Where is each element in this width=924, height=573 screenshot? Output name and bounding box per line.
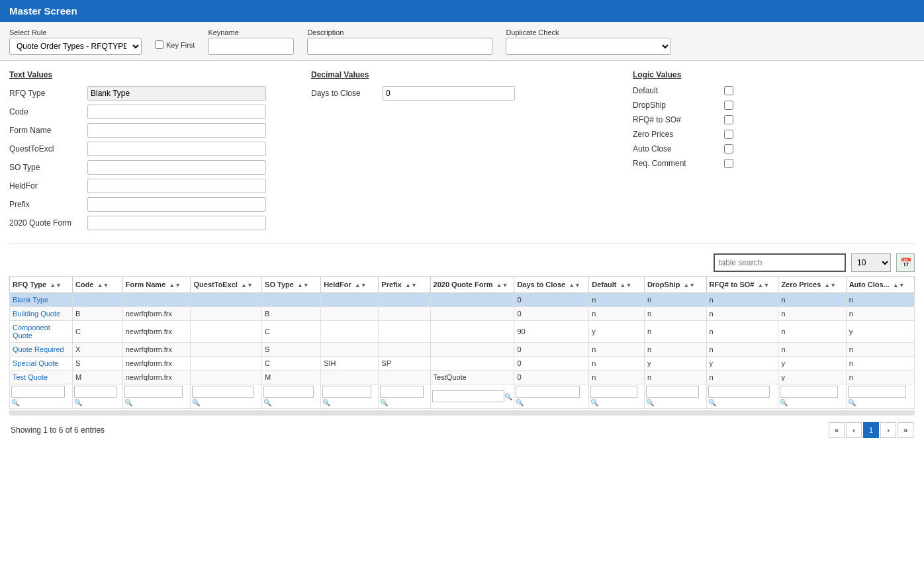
table-row[interactable]: Special QuoteSnewrfqform.frxCSIHSP0nyyyn xyxy=(10,357,915,371)
code-row: Code xyxy=(9,105,291,119)
pagination-area: Showing 1 to 6 of 6 entries « ‹ 1 › » xyxy=(9,422,915,438)
dropship-row: DropShip xyxy=(633,101,915,110)
footer-search-default[interactable] xyxy=(590,386,637,398)
col-dropship[interactable]: DropShip ▲▼ xyxy=(644,277,706,293)
footer-search-quest[interactable] xyxy=(192,386,253,398)
col-auto-close[interactable]: Auto Clos... ▲▼ xyxy=(846,277,914,293)
footer-search-prefix[interactable] xyxy=(380,386,424,398)
footer-search-auto-close[interactable] xyxy=(848,386,907,398)
select-rule-dropdown[interactable]: Quote Order Types - RFQTYPE xyxy=(9,38,142,55)
code-input[interactable] xyxy=(87,105,266,119)
footer-search-quote-form[interactable] xyxy=(432,390,505,402)
quote-form-row: 2020 Quote Form xyxy=(9,216,291,230)
so-type-input[interactable] xyxy=(87,160,266,175)
table-row[interactable]: Building QuoteBnewrfqform.frxB0nnnnn xyxy=(10,307,915,321)
rfq-to-so-row: RFQ# to SO# xyxy=(633,115,915,124)
cell-formName xyxy=(122,293,191,307)
table-row[interactable]: Blank Type0nnnnn xyxy=(10,293,915,307)
prefix-input[interactable] xyxy=(87,197,266,212)
cell-soType xyxy=(262,293,321,307)
table-row[interactable]: Quote RequiredXnewrfqform.frxS0nnnnn xyxy=(10,343,915,357)
quest-to-excl-input[interactable] xyxy=(87,142,266,156)
zero-prices-checkbox[interactable] xyxy=(724,130,733,139)
key-first-checkbox[interactable] xyxy=(155,40,163,49)
held-for-input[interactable] xyxy=(87,179,266,193)
cell-rfqToSO: n xyxy=(706,293,778,307)
footer-search-rfq-so[interactable] xyxy=(708,386,770,398)
so-type-label: SO Type xyxy=(9,163,82,172)
col-rfq-to-so[interactable]: RFQ# to SO# ▲▼ xyxy=(706,277,778,293)
footer-search-form-name[interactable] xyxy=(124,386,183,398)
first-page-button[interactable]: « xyxy=(829,422,845,438)
cell-code: M xyxy=(73,371,123,384)
excel-export-button[interactable]: 📅 xyxy=(896,253,915,272)
col-zero-prices[interactable]: Zero Prices ▲▼ xyxy=(778,277,846,293)
footer-search-dropship[interactable] xyxy=(646,386,699,398)
auto-close-checkbox[interactable] xyxy=(724,144,733,154)
current-page-button[interactable]: 1 xyxy=(863,422,879,438)
footer-search-days[interactable] xyxy=(516,386,580,398)
cell-daysToClose: 90 xyxy=(514,321,589,343)
dropship-checkbox[interactable] xyxy=(724,101,733,110)
cell-questToExcl xyxy=(191,371,262,384)
footer-search-zero-prices[interactable] xyxy=(780,386,838,398)
text-values-title: Text Values xyxy=(9,70,291,79)
cell-default: n xyxy=(589,307,645,321)
cell-dropShip: y xyxy=(644,357,706,371)
description-input[interactable]: Quote Order Types xyxy=(307,38,492,55)
days-to-close-input[interactable] xyxy=(383,86,515,101)
col-quest-to-excl[interactable]: QuestToExcl ▲▼ xyxy=(191,277,262,293)
col-held-for[interactable]: HeldFor ▲▼ xyxy=(321,277,379,293)
days-to-close-row: Days to Close xyxy=(311,86,593,101)
duplicate-check-dropdown[interactable] xyxy=(506,38,671,55)
table-row[interactable]: Test QuoteMnewrfqform.frxMTestQuote0nnny… xyxy=(10,371,915,384)
col-form-name[interactable]: Form Name ▲▼ xyxy=(122,277,191,293)
pagination-info: Showing 1 to 6 of 6 entries xyxy=(11,425,105,435)
col-default[interactable]: Default ▲▼ xyxy=(589,277,645,293)
cell-quoteForm: TestQuote xyxy=(430,371,514,384)
prefix-row: Prefix xyxy=(9,197,291,212)
last-page-button[interactable]: » xyxy=(898,422,913,438)
next-page-button[interactable]: › xyxy=(880,422,896,438)
quote-form-input[interactable] xyxy=(87,216,266,230)
col-days-to-close[interactable]: Days to Close ▲▼ xyxy=(514,277,589,293)
cell-rfqType: Building Quote xyxy=(10,307,73,321)
prev-page-button[interactable]: ‹ xyxy=(846,422,862,438)
cell-rfqToSO: n xyxy=(706,343,778,357)
cell-questToExcl xyxy=(191,343,262,357)
col-code[interactable]: Code ▲▼ xyxy=(73,277,123,293)
cell-soType: B xyxy=(262,307,321,321)
table-header-row: RFQ Type ▲▼ Code ▲▼ Form Name ▲▼ QuestTo… xyxy=(10,277,915,293)
keyname-input[interactable]: RFQTYPE xyxy=(208,38,294,55)
cell-soType: M xyxy=(262,371,321,384)
horizontal-scrollbar[interactable] xyxy=(9,410,915,416)
so-type-row: SO Type xyxy=(9,160,291,175)
footer-search-so-type[interactable] xyxy=(263,386,314,398)
rfq-to-so-checkbox[interactable] xyxy=(724,115,733,124)
cell-heldFor xyxy=(321,371,379,384)
cell-rfqType: Quote Required xyxy=(10,343,73,357)
col-rfq-type[interactable]: RFQ Type ▲▼ xyxy=(10,277,73,293)
form-name-input[interactable] xyxy=(87,123,266,138)
col-quote-form[interactable]: 2020 Quote Form ▲▼ xyxy=(430,277,514,293)
default-checkbox[interactable] xyxy=(724,86,733,95)
default-row: Default xyxy=(633,86,915,95)
rfq-type-input[interactable] xyxy=(87,86,266,101)
top-controls-bar: Select Rule Quote Order Types - RFQTYPE … xyxy=(0,22,924,61)
footer-search-held-for[interactable] xyxy=(322,386,371,398)
cell-questToExcl xyxy=(191,307,262,321)
cell-default: n xyxy=(589,357,645,371)
title-bar: Master Screen xyxy=(0,0,924,22)
table-row[interactable]: Component QuoteCnewrfqform.frxC90ynnny xyxy=(10,321,915,343)
req-comment-checkbox[interactable] xyxy=(724,159,733,168)
col-prefix[interactable]: Prefix ▲▼ xyxy=(379,277,430,293)
footer-search-code[interactable] xyxy=(74,386,116,398)
per-page-select[interactable]: 10 25 50 100 xyxy=(851,253,891,272)
col-so-type[interactable]: SO Type ▲▼ xyxy=(262,277,321,293)
cell-daysToClose: 0 xyxy=(514,293,589,307)
cell-default: n xyxy=(589,293,645,307)
footer-search-rfq-type[interactable] xyxy=(11,386,65,398)
cell-quoteForm xyxy=(430,357,514,371)
table-search-input[interactable] xyxy=(714,253,846,272)
cell-formName: newrfqform.frx xyxy=(122,371,191,384)
